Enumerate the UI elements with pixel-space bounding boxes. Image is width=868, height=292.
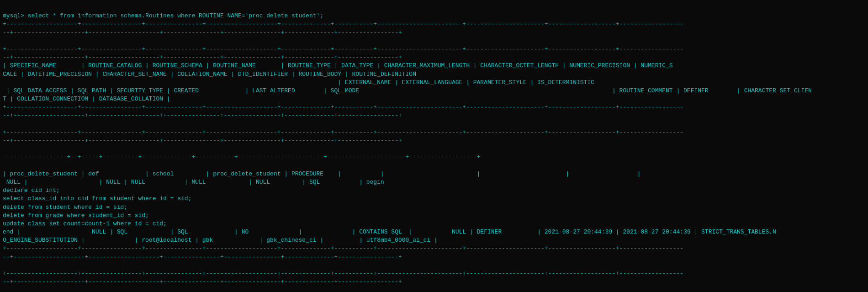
empty-line-2 [3, 162, 6, 169]
table-divider-1: +--------------------+-----------------+… [3, 104, 683, 111]
prompt-line: mysql> select * from information_schema.… [3, 12, 323, 19]
table-border-cont: +--------------------+-----------------+… [3, 46, 683, 53]
table-divider-2: --+--------------------+----------------… [3, 112, 402, 119]
table-end-border-cont: +--------------------+-----------------+… [3, 270, 683, 277]
continuation-border: ------------------+--+-----+----------+-… [3, 154, 480, 160]
data-row-1: | proc_delete_student | def | school | p… [3, 170, 640, 177]
data-row-body-1: declare cid int; [3, 187, 60, 194]
data-row-2: NULL | | NULL | NULL | NULL | NULL | SQL… [3, 179, 384, 186]
header-row-4: | SQL_DATA_ACCESS | SQL_PATH | SECURITY_… [3, 87, 812, 94]
table-end-border-cont2: --+--------------------+----------------… [3, 278, 402, 285]
table-divider-cont: +--------------------+-----------------+… [3, 129, 683, 136]
empty-line-3 [3, 287, 6, 292]
table-border-2: --+--------------------+----------------… [3, 29, 402, 36]
table-divider-3 [3, 121, 587, 127]
header-row: | SPECIFIC_NAME | ROUTINE_CATALOG | ROUT… [3, 62, 673, 69]
header-row-5: T | COLLATION_CONNECTION | DATABASE_COLL… [3, 96, 170, 102]
data-row-body-2: select class_id into cid from student wh… [3, 195, 191, 202]
data-row-body-4: delete from grade where student_id = sid… [3, 212, 149, 219]
table-end-border-2: --+--------------------+----------------… [3, 254, 402, 260]
mysql-prompt: mysql> [3, 12, 28, 19]
data-row-body-5: update class set count=count-1 where id … [3, 220, 167, 227]
sql-query: select * from information_schema.Routine… [28, 12, 324, 19]
terminal-window: mysql> select * from information_schema.… [0, 2, 868, 292]
table-end-border-1: +--------------------+-----------------+… [3, 245, 683, 252]
header-row-3: | EXTERNAL_NAME | EXTERNAL_LANGUAGE | PA… [3, 79, 594, 86]
data-row-3: end | NULL | SQL | SQL | NO | | CONTAINS… [3, 228, 776, 235]
table-border-cont2: --+--------------------+----------------… [3, 54, 402, 61]
table-border-3 [3, 37, 587, 44]
table-end-border-3 [3, 262, 587, 269]
empty-line-1 [3, 145, 6, 152]
data-row-body-3: delete from student where id = sid; [3, 204, 127, 211]
header-row-2: CALE | DATETIME_PRECISION | CHARACTER_SE… [3, 71, 416, 78]
table-border-1: +--------------------+-----------------+… [3, 21, 683, 27]
data-row-4: O_ENGINE_SUBSTITUTION | | root@localhost… [3, 237, 438, 244]
table-divider-cont2: --+--------------------+----------------… [3, 137, 402, 144]
